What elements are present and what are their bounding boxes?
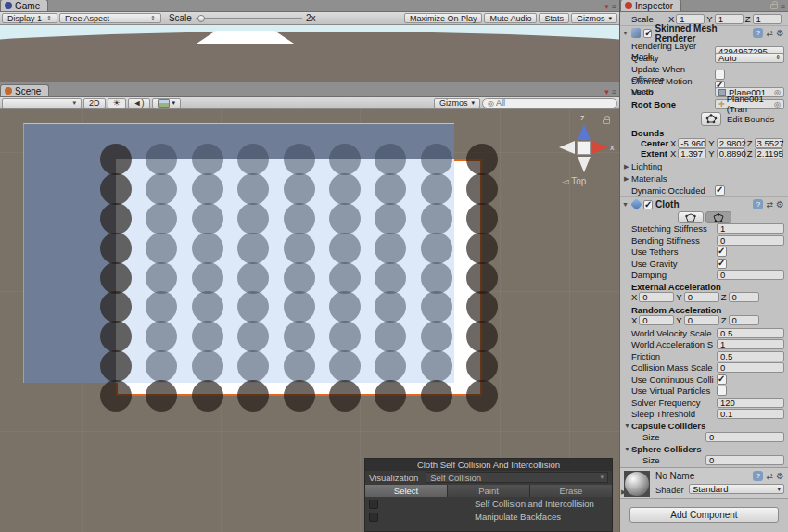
- smr-enabled-checkbox[interactable]: [643, 29, 652, 38]
- sphere-size-field[interactable]: 0: [705, 455, 784, 465]
- tab-paint[interactable]: Paint: [448, 485, 529, 497]
- scene-gizmos-dropdown[interactable]: Gizmos▾: [434, 98, 480, 108]
- stretching-stiffness-field[interactable]: 1: [717, 223, 784, 234]
- axis-z-cone[interactable]: [578, 124, 591, 140]
- inspector-pane-menu[interactable]: ≡: [770, 2, 788, 11]
- ext-accel-z-field[interactable]: 0: [729, 292, 759, 302]
- maximize-on-play-button[interactable]: Maximize On Play: [404, 13, 483, 23]
- help-icon[interactable]: ?: [753, 199, 763, 209]
- use-tethers-checkbox[interactable]: [717, 247, 727, 257]
- bending-stiffness-field[interactable]: 0: [717, 235, 784, 246]
- object-picker-icon[interactable]: ◎: [774, 88, 781, 96]
- tab-game[interactable]: Game: [0, 0, 48, 11]
- lock-icon[interactable]: [603, 119, 610, 124]
- edit-cloth-constraints-button[interactable]: [678, 211, 704, 223]
- axis-down-cone[interactable]: [578, 157, 591, 172]
- game-gizmos-dropdown[interactable]: Gizmos▾: [571, 13, 617, 23]
- scale-z-field[interactable]: 1: [753, 14, 782, 24]
- view-orientation-label[interactable]: ◅ Top: [562, 176, 586, 186]
- help-icon[interactable]: ?: [753, 28, 763, 38]
- bounds-header-row: Bounds: [620, 128, 788, 138]
- skinned-mesh-renderer-header[interactable]: ▼ Skinned Mesh Renderer ? ⇄ ⚙: [620, 26, 788, 40]
- game-viewport[interactable]: [0, 25, 619, 82]
- dynamic-occluded-checkbox[interactable]: [715, 185, 725, 196]
- root-bone-object-field[interactable]: ✛ Plane001 (Tran ◎: [715, 99, 784, 109]
- cloth-vertex-dot: [329, 262, 361, 294]
- materials-foldout[interactable]: ▶ Materials: [620, 173, 788, 184]
- gear-icon[interactable]: ⚙: [776, 199, 784, 209]
- help-icon[interactable]: ?: [753, 471, 763, 481]
- world-acceleration-scale-field[interactable]: 1: [717, 339, 784, 349]
- sphere-colliders-foldout[interactable]: ▼ Sphere Colliders: [620, 444, 788, 454]
- cloth-enabled-checkbox[interactable]: [643, 200, 653, 209]
- rand-accel-x-field[interactable]: 0: [639, 315, 674, 325]
- use-gravity-checkbox[interactable]: [717, 259, 727, 269]
- ext-accel-y-field[interactable]: 0: [684, 292, 719, 302]
- scene-orientation-gizmo[interactable]: z x ◅ Top: [553, 113, 616, 191]
- capsule-size-field[interactable]: 0: [705, 432, 784, 442]
- center-z-field[interactable]: 3.5527: [755, 138, 783, 148]
- manipulate-backfaces-checkbox[interactable]: [369, 513, 378, 522]
- ext-accel-x-field[interactable]: 0: [639, 292, 674, 302]
- damping-field[interactable]: 0: [717, 270, 784, 280]
- use-continuous-collision-checkbox[interactable]: [717, 374, 727, 385]
- foldout-icon[interactable]: ▼: [622, 30, 629, 36]
- shader-dropdown[interactable]: Standard ▾: [689, 484, 784, 494]
- foldout-icon[interactable]: ▶: [621, 488, 629, 496]
- tab-erase[interactable]: Erase: [530, 485, 612, 497]
- display-dropdown[interactable]: Display 1⇕: [2, 13, 57, 23]
- cloth-header[interactable]: ▼ Cloth ? ⇄ ⚙: [620, 197, 788, 211]
- center-x-field[interactable]: -5.960: [678, 138, 706, 148]
- gear-icon[interactable]: ⚙: [776, 471, 784, 481]
- scale-slider-knob[interactable]: [197, 15, 205, 22]
- dialog-title[interactable]: Cloth Self Collision And Intercollision: [365, 459, 612, 471]
- gear-icon[interactable]: ⚙: [776, 28, 784, 38]
- preset-icon[interactable]: ⇄: [766, 472, 773, 481]
- scene-search-input[interactable]: ◎ All: [482, 98, 617, 108]
- center-y-field[interactable]: 2.9802: [717, 138, 745, 148]
- lock-icon[interactable]: [770, 4, 778, 9]
- scene-audio-button[interactable]: ◄): [128, 98, 150, 108]
- aspect-dropdown[interactable]: Free Aspect⇕: [59, 13, 161, 23]
- solver-frequency-field[interactable]: 120: [717, 398, 784, 408]
- tab-select[interactable]: Select: [365, 485, 447, 497]
- cloth-vertex-dot: [329, 291, 361, 323]
- foldout-icon[interactable]: ▼: [622, 201, 629, 208]
- rand-accel-z-field[interactable]: 0: [729, 315, 759, 325]
- draw-mode-dropdown[interactable]: ▾: [2, 98, 82, 108]
- game-pane-menu[interactable]: ▾ ≡: [604, 2, 619, 11]
- scene-lighting-button[interactable]: ☀: [108, 98, 126, 108]
- scene-effects-dropdown[interactable]: ▾: [152, 98, 182, 108]
- rand-accel-y-field[interactable]: 0: [684, 315, 719, 325]
- capsule-colliders-foldout[interactable]: ▼ Capsule Colliders: [620, 421, 788, 431]
- scene-pane-menu[interactable]: ▾ ≡: [604, 87, 619, 96]
- extent-x-field[interactable]: 1.397: [678, 148, 706, 158]
- use-virtual-particles-checkbox[interactable]: [717, 386, 727, 396]
- edit-cloth-collision-button[interactable]: [705, 211, 731, 223]
- object-picker-icon[interactable]: ◎: [774, 100, 781, 108]
- world-velocity-scale-field[interactable]: 0.5: [717, 328, 784, 338]
- toggle-2d-button[interactable]: 2D: [83, 98, 106, 108]
- lighting-foldout[interactable]: ▶ Lighting: [620, 161, 788, 171]
- preset-icon[interactable]: ⇄: [766, 200, 773, 209]
- axis-x-label: X: [670, 148, 676, 158]
- axis-x-cone[interactable]: [592, 141, 608, 154]
- gizmo-center-cube[interactable]: [577, 141, 591, 155]
- extent-y-field[interactable]: 0.8890: [717, 148, 745, 158]
- scale-slider[interactable]: [196, 18, 302, 19]
- stats-button[interactable]: Stats: [539, 13, 569, 23]
- edit-bounds-button[interactable]: [701, 112, 721, 126]
- collision-mass-scale-field[interactable]: 0: [717, 362, 784, 373]
- preset-icon[interactable]: ⇄: [766, 29, 773, 38]
- friction-field[interactable]: 0.5: [717, 351, 784, 361]
- add-component-button[interactable]: Add Component: [629, 507, 779, 523]
- tab-inspector[interactable]: Inspector: [620, 0, 681, 11]
- mute-audio-button[interactable]: Mute Audio: [484, 13, 537, 23]
- extent-z-field[interactable]: 2.1195: [755, 148, 783, 158]
- quality-dropdown[interactable]: Auto⇕: [715, 53, 784, 63]
- self-collision-checkbox[interactable]: [369, 500, 378, 509]
- tab-scene[interactable]: Scene: [0, 84, 49, 96]
- axis-left-cone[interactable]: [559, 141, 575, 154]
- sleep-threshold-field[interactable]: 0.1: [717, 409, 784, 419]
- visualization-dropdown[interactable]: Self Collision ▾: [426, 472, 608, 483]
